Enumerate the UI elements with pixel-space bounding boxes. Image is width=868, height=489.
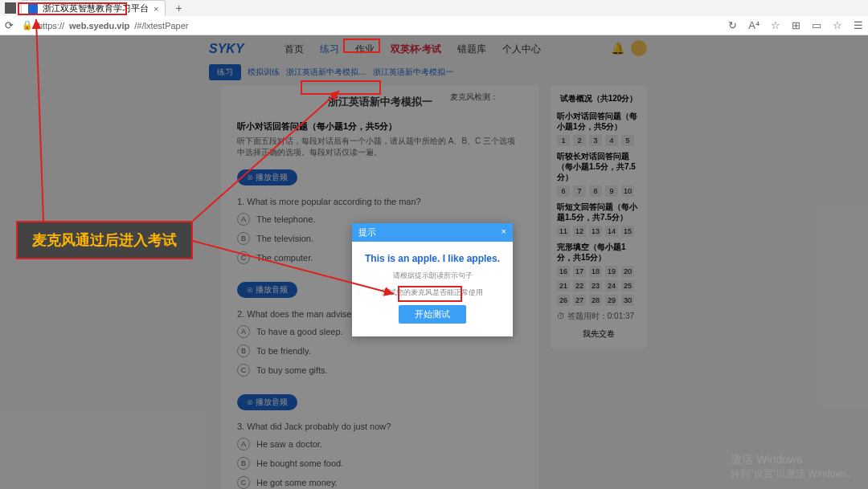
start-test-button[interactable]: 开始测试 [399,305,466,324]
tab-title: 浙江双英智慧教育学习平台 [43,2,149,14]
windows-watermark: 激活 Windows 转到"设置"以激活 Windows。 [731,453,857,481]
menu-icon[interactable]: ☰ [854,19,863,31]
browser-tab[interactable]: 浙江双英智慧教育学习平台 × [21,0,166,16]
modal-hint-1: 请根据提示朗读所示句子 [360,271,505,281]
window-icon [5,2,16,14]
modal-hint-2: 测试您的麦克风是否能正常使用 [360,287,505,298]
favorites-icon[interactable]: ☆ [833,19,842,31]
modal-sentence: This is an apple. I like apples. [360,253,505,264]
collections-icon[interactable]: ▭ [812,19,821,31]
modal-close-icon[interactable]: × [502,226,506,238]
page-content: SYKY 首页 练习 作业 双英杯·考试 错题库 个人中心 🔔 练习 模拟训练 … [0,35,868,489]
new-tab-button[interactable]: + [170,2,186,14]
url-path: /#/lxtestPaper [134,21,188,31]
lock-icon: 🔒 [22,20,33,31]
favicon [28,4,38,14]
modal-title: 提示 [358,226,376,238]
reload-icon[interactable]: ⟳ [5,19,14,31]
text-size-icon[interactable]: A⁴ [748,19,760,31]
browser-tab-bar: 浙江双英智慧教育学习平台 × + [0,0,868,16]
url-host: web.syedu.vip [69,21,129,31]
extensions-icon[interactable]: ⊞ [792,19,800,31]
annotation-label: 麦克风通过后进入考试 [16,221,193,259]
url-prefix: https:// [38,21,64,31]
star-icon[interactable]: ☆ [771,19,780,31]
tab-close-icon[interactable]: × [154,4,158,14]
address-bar: ⟳ 🔒 https://web.syedu.vip/#/lxtestPaper … [0,16,868,35]
url-box[interactable]: 🔒 https://web.syedu.vip/#/lxtestPaper [22,20,720,31]
sync-icon[interactable]: ↻ [728,19,737,31]
mic-test-modal: 提示 × This is an apple. I like apples. 请根… [352,223,513,336]
